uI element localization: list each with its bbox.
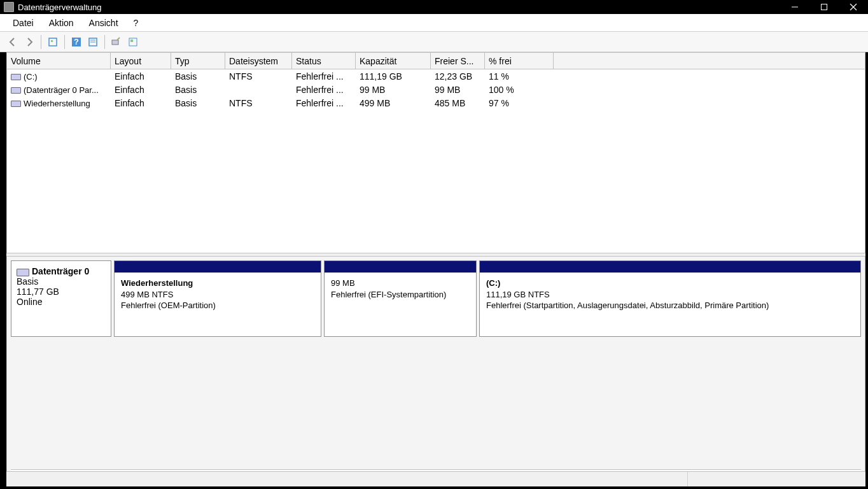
action-button-2[interactable] bbox=[125, 34, 141, 50]
cell-layout: Einfach bbox=[111, 98, 171, 108]
graphic-pane-empty bbox=[11, 337, 861, 469]
app-icon bbox=[4, 2, 14, 12]
svg-rect-5 bbox=[51, 40, 53, 42]
table-row[interactable]: (Datenträger 0 Par... Einfach Basis Fehl… bbox=[7, 83, 865, 96]
col-pctfrei[interactable]: % frei bbox=[485, 53, 554, 69]
cell-status: Fehlerfrei ... bbox=[292, 71, 356, 82]
col-layout[interactable]: Layout bbox=[111, 53, 171, 69]
partition-color-bar bbox=[325, 261, 476, 273]
cell-typ: Basis bbox=[171, 98, 225, 108]
cell-fs: NTFS bbox=[225, 98, 292, 108]
cell-status: Fehlerfrei ... bbox=[292, 98, 356, 108]
cell-kap: 499 MB bbox=[356, 98, 431, 108]
close-button[interactable] bbox=[839, 0, 868, 14]
window-title: Datenträgerverwaltung bbox=[18, 3, 780, 12]
svg-rect-11 bbox=[112, 40, 118, 45]
menu-ansicht[interactable]: Ansicht bbox=[81, 15, 126, 31]
disk-icon bbox=[11, 87, 21, 94]
partition-size: 111,19 GB NTFS bbox=[486, 289, 854, 301]
partition-status: Fehlerfrei (OEM-Partition) bbox=[121, 300, 314, 311]
table-row[interactable]: (C:) Einfach Basis NTFS Fehlerfrei ... 1… bbox=[7, 69, 865, 83]
disk-graphic-pane: Datenträger 0 Basis 111,77 GB Online Wie… bbox=[6, 256, 865, 486]
menu-help[interactable]: ? bbox=[126, 15, 146, 31]
cell-frei: 99 MB bbox=[431, 85, 485, 95]
help-button[interactable]: ? bbox=[69, 34, 84, 50]
partition-size: 99 MB bbox=[331, 278, 470, 289]
disk-name: Datenträger 0 bbox=[32, 266, 89, 276]
disk-header[interactable]: Datenträger 0 Basis 111,77 GB Online bbox=[11, 260, 111, 337]
disk-icon bbox=[11, 74, 21, 80]
col-volume[interactable]: Volume bbox=[7, 53, 111, 69]
volume-list-pane: Volume Layout Typ Dateisystem Status Kap… bbox=[6, 52, 865, 253]
cell-fs: NTFS bbox=[225, 71, 292, 82]
col-kapazitat[interactable]: Kapazität bbox=[356, 53, 431, 69]
disk-icon bbox=[17, 269, 29, 276]
cell-status: Fehlerfrei ... bbox=[292, 85, 356, 95]
status-bar bbox=[6, 471, 865, 486]
cell-frei: 485 MB bbox=[431, 98, 485, 108]
action-button-1[interactable] bbox=[109, 34, 124, 50]
svg-text:?: ? bbox=[74, 37, 79, 46]
partition-c[interactable]: (C:) 111,19 GB NTFS Fehlerfrei (Startpar… bbox=[479, 260, 861, 337]
cell-pct: 100 % bbox=[485, 85, 554, 95]
cell-volume: Wiederherstellung bbox=[24, 99, 90, 108]
svg-rect-13 bbox=[130, 39, 133, 42]
cell-frei: 12,23 GB bbox=[431, 71, 485, 82]
cell-pct: 97 % bbox=[485, 98, 554, 108]
cell-layout: Einfach bbox=[111, 85, 171, 95]
toolbar: ? bbox=[0, 32, 868, 52]
work-area: Volume Layout Typ Dateisystem Status Kap… bbox=[6, 52, 865, 486]
partition-recovery[interactable]: Wiederherstellung 499 MB NTFS Fehlerfrei… bbox=[114, 260, 321, 337]
partition-name: Wiederherstellung bbox=[121, 278, 314, 289]
forward-button[interactable] bbox=[22, 34, 37, 50]
partition-color-bar bbox=[480, 261, 860, 273]
cell-layout: Einfach bbox=[111, 71, 171, 82]
menu-datei[interactable]: Datei bbox=[5, 15, 41, 31]
partition-status: Fehlerfrei (Startpartition, Auslagerungs… bbox=[486, 300, 854, 311]
cell-volume: (Datenträger 0 Par... bbox=[24, 85, 99, 95]
cell-pct: 11 % bbox=[485, 71, 554, 82]
menu-aktion[interactable]: Aktion bbox=[41, 15, 81, 31]
col-freier[interactable]: Freier S... bbox=[431, 53, 485, 69]
col-dateisystem[interactable]: Dateisystem bbox=[225, 53, 292, 69]
cell-typ: Basis bbox=[171, 71, 225, 82]
column-header-row: Volume Layout Typ Dateisystem Status Kap… bbox=[7, 53, 865, 69]
disk-size: 111,77 GB bbox=[17, 287, 106, 297]
partition-status: Fehlerfrei (EFI-Systempartition) bbox=[331, 289, 470, 301]
partition-efi[interactable]: 99 MB Fehlerfrei (EFI-Systempartition) bbox=[324, 260, 477, 337]
col-status[interactable]: Status bbox=[292, 53, 356, 69]
disk-icon bbox=[11, 101, 21, 107]
menu-bar: Datei Aktion Ansicht ? bbox=[0, 14, 868, 32]
table-row[interactable]: Wiederherstellung Einfach Basis NTFS Feh… bbox=[7, 96, 865, 110]
col-filler bbox=[554, 53, 865, 69]
cell-kap: 99 MB bbox=[356, 85, 431, 95]
col-typ[interactable]: Typ bbox=[171, 53, 225, 69]
maximize-button[interactable] bbox=[809, 0, 839, 14]
partition-size: 499 MB NTFS bbox=[121, 289, 314, 301]
properties-button[interactable] bbox=[85, 34, 101, 50]
cell-kap: 111,19 GB bbox=[356, 71, 431, 82]
refresh-button[interactable] bbox=[45, 34, 60, 50]
svg-rect-1 bbox=[822, 4, 827, 10]
disk-state: Online bbox=[17, 297, 106, 307]
partition-name: (C:) bbox=[486, 278, 854, 289]
cell-typ: Basis bbox=[171, 85, 225, 95]
cell-volume: (C:) bbox=[24, 72, 38, 82]
minimize-button[interactable] bbox=[780, 0, 809, 14]
back-button[interactable] bbox=[5, 34, 20, 50]
partition-color-bar bbox=[115, 261, 321, 273]
disk-row: Datenträger 0 Basis 111,77 GB Online Wie… bbox=[11, 260, 861, 337]
disk-type: Basis bbox=[17, 276, 106, 287]
title-bar: Datenträgerverwaltung bbox=[0, 0, 868, 14]
